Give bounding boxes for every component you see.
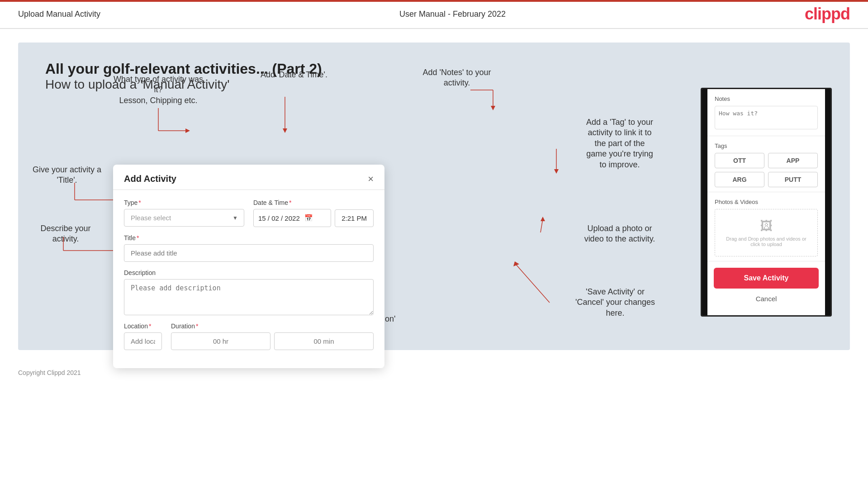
title-label: Title* xyxy=(124,234,374,242)
panel-sidebar-right xyxy=(825,89,830,315)
tags-section: Tags OTT APP ARG PUTT xyxy=(707,136,825,192)
duration-inputs xyxy=(171,332,374,350)
panel-sidebar-left xyxy=(702,89,707,315)
time-input[interactable]: 2:21 PM xyxy=(335,209,374,227)
page-label: Upload Manual Activity xyxy=(18,9,100,19)
photos-drop-text: Drag and Drop photos and videos or click… xyxy=(720,236,813,247)
tag-ott[interactable]: OTT xyxy=(715,153,764,168)
annotation-save: 'Save Activity' or 'Cancel' your changes… xyxy=(561,287,669,318)
svg-marker-23 xyxy=(513,261,519,266)
copyright: Copyright Clippd 2021 xyxy=(18,369,81,376)
tag-app[interactable]: APP xyxy=(768,153,818,168)
photos-section: Photos & Videos 🖼 Drag and Drop photos a… xyxy=(707,192,825,261)
annotation-date-time: Add 'Date & Time'. xyxy=(249,70,339,80)
svg-marker-19 xyxy=(554,169,559,174)
duration-hr-input[interactable] xyxy=(171,332,270,350)
panel-content: Notes Tags OTT APP ARG PUTT Photos & Vid… xyxy=(707,89,825,315)
duration-label: Duration* xyxy=(171,322,374,330)
location-input[interactable] xyxy=(124,332,162,350)
date-input[interactable]: 15 / 02 / 2022 📅 xyxy=(253,209,331,227)
type-select[interactable]: Please select xyxy=(124,209,244,227)
main-content: All your golf-relevant activities... (Pa… xyxy=(18,43,850,350)
panel-inner: Notes Tags OTT APP ARG PUTT Photos & Vid… xyxy=(702,89,830,315)
description-textarea[interactable] xyxy=(124,279,374,315)
type-datetime-row: Type* Please select Date & Time* 15 / xyxy=(124,199,374,227)
datetime-label: Date & Time* xyxy=(253,199,374,206)
tags-label: Tags xyxy=(715,142,818,149)
annotation-notes: Add 'Notes' to your activity. xyxy=(412,67,502,89)
title-row: Title* xyxy=(124,234,374,262)
description-group: Description xyxy=(124,269,374,315)
annotation-describe: Describe your activity. xyxy=(32,223,100,245)
modal-body: Type* Please select Date & Time* 15 / xyxy=(113,190,384,368)
svg-marker-21 xyxy=(541,217,545,221)
duration-min-input[interactable] xyxy=(274,332,374,350)
description-label: Description xyxy=(124,269,374,276)
modal-header: Add Activity × xyxy=(113,165,384,190)
svg-line-22 xyxy=(516,264,550,303)
annotation-activity-type: What type of activity was it? Lesson, Ch… xyxy=(109,74,208,106)
svg-marker-4 xyxy=(283,128,287,133)
tags-grid: OTT APP ARG PUTT xyxy=(715,153,818,187)
svg-marker-17 xyxy=(491,106,495,110)
top-bar: Upload Manual Activity User Manual - Feb… xyxy=(0,0,868,29)
calendar-icon: 📅 xyxy=(304,214,313,222)
tag-putt[interactable]: PUTT xyxy=(768,172,818,187)
cancel-link[interactable]: Cancel xyxy=(707,295,825,309)
type-label: Type* xyxy=(124,199,244,206)
svg-line-20 xyxy=(541,219,543,232)
svg-marker-2 xyxy=(185,128,190,133)
location-duration-row: Location* Duration* xyxy=(124,322,374,350)
annotation-title: Give your activity a 'Title'. xyxy=(31,165,103,186)
notes-section: Notes xyxy=(707,89,825,136)
duration-group: Duration* xyxy=(171,322,374,350)
tag-arg[interactable]: ARG xyxy=(715,172,764,187)
save-activity-button[interactable]: Save Activity xyxy=(714,268,819,289)
notes-textarea[interactable] xyxy=(715,106,818,129)
location-group: Location* xyxy=(124,322,162,350)
photos-drop-zone[interactable]: 🖼 Drag and Drop photos and videos or cli… xyxy=(715,209,818,256)
manual-label: User Manual - February 2022 xyxy=(399,9,506,19)
type-group: Type* Please select xyxy=(124,199,244,227)
annotation-tag: Add a 'Tag' to your activity to link it … xyxy=(565,117,674,170)
date-time-group: 15 / 02 / 2022 📅 2:21 PM xyxy=(253,209,374,227)
annotation-photo: Upload a photo or video to the activity. xyxy=(570,223,669,245)
modal-title: Add Activity xyxy=(124,174,176,184)
location-label: Location* xyxy=(124,322,162,330)
add-activity-modal: Add Activity × Type* Please select xyxy=(113,165,384,368)
description-row: Description xyxy=(124,269,374,315)
title-input[interactable] xyxy=(124,244,374,262)
logo: clippd xyxy=(805,5,850,24)
phone-panel: Notes Tags OTT APP ARG PUTT Photos & Vid… xyxy=(701,88,832,317)
type-select-wrapper: Please select xyxy=(124,209,244,227)
notes-label: Notes xyxy=(715,95,818,102)
title-group: Title* xyxy=(124,234,374,262)
datetime-group: Date & Time* 15 / 02 / 2022 📅 2:21 PM xyxy=(253,199,374,227)
modal-close-button[interactable]: × xyxy=(368,174,374,184)
photo-icon: 🖼 xyxy=(720,218,813,233)
photos-label: Photos & Videos xyxy=(715,199,818,205)
